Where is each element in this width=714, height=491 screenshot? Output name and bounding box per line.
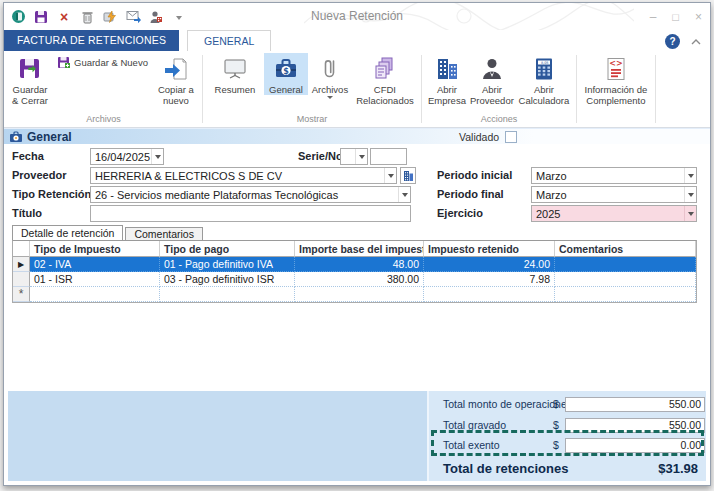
- fecha-combobox[interactable]: 16/04/2025: [90, 148, 164, 165]
- monitor-icon: [221, 55, 249, 83]
- total-monto-row: Total monto de operaciones $ 550.00: [429, 396, 706, 413]
- total-retenciones-row: Total de retenciones $31.98: [429, 459, 706, 479]
- nueva-retencion-window: × Nueva Retención – □ × FACTURA DE RETEN…: [3, 2, 711, 486]
- total-monto-value: 550.00: [565, 397, 705, 412]
- new-row-marker[interactable]: *: [13, 287, 30, 302]
- group-label-archivos: Archivos: [8, 113, 199, 126]
- general-button[interactable]: $ General: [264, 53, 308, 95]
- tipo-retencion-combobox[interactable]: 26 - Servicios mediante Plataformas Tecn…: [90, 186, 411, 203]
- dropdown-arrow-icon[interactable]: [684, 187, 696, 202]
- group-label-acciones: Acciones: [425, 113, 573, 126]
- ribbon-divider: [655, 55, 656, 123]
- abrir-empresa-button[interactable]: Abrir Empresa: [425, 53, 469, 106]
- grid-header-row: Tipo de Impuesto Tipo de pago Importe ba…: [13, 241, 696, 257]
- periodo-final-combobox[interactable]: Marzo: [531, 186, 697, 203]
- serie-combobox[interactable]: [340, 148, 368, 165]
- ribbon: Guardar & Cerrar Guardar & Nuevo Copiar …: [4, 51, 710, 128]
- col-impuesto-retenido[interactable]: Impuesto retenido: [424, 241, 555, 257]
- ribbon-divider: [421, 55, 422, 123]
- building-icon: [433, 55, 461, 83]
- guardar-cerrar-button[interactable]: Guardar & Cerrar: [8, 53, 52, 106]
- row-selector-arrow[interactable]: ▶: [13, 257, 30, 272]
- guardar-nuevo-button[interactable]: Guardar & Nuevo: [52, 53, 153, 72]
- table-row[interactable]: ▶ 02 - IVA 01 - Pago definitivo IVA 48.0…: [13, 257, 696, 272]
- dropdown-arrow-icon[interactable]: [384, 168, 396, 183]
- table-row[interactable]: 01 - ISR 03 - Pago definitivo ISR 380.00…: [13, 272, 696, 287]
- section-briefcase-icon: [9, 131, 23, 143]
- serie-no-input[interactable]: [370, 148, 407, 165]
- svg-text:<>: <>: [609, 59, 622, 68]
- save-close-icon: [16, 55, 44, 83]
- dropdown-arrow-icon[interactable]: [684, 168, 696, 183]
- cfdi-relacionados-button[interactable]: CFDI Relacionados: [352, 53, 418, 106]
- svg-text:8,05: 8,05: [541, 61, 549, 65]
- briefcase-icon: $: [272, 55, 300, 83]
- ribbon-group-acciones: Abrir Empresa Abrir Proveedor 8,05 Abrir…: [425, 53, 573, 127]
- periodo-final-label: Periodo final: [437, 186, 504, 203]
- dropdown-arrow-icon[interactable]: [355, 149, 367, 164]
- fecha-label: Fecha: [12, 148, 44, 165]
- dropdown-arrow-icon[interactable]: [398, 187, 410, 202]
- general-form: Fecha 16/04/2025 Serie/No. Proveedor HER…: [4, 144, 710, 225]
- serie-label: Serie/No.: [298, 148, 346, 165]
- close-button[interactable]: ×: [695, 10, 702, 24]
- group-label-mostrar: Mostrar: [206, 113, 418, 126]
- help-icon[interactable]: ?: [665, 34, 680, 49]
- proveedor-combobox[interactable]: HERRERIA & ELECTRICOS S DE CV: [90, 167, 397, 184]
- validado-field: Validado: [459, 129, 517, 145]
- col-tipo-pago[interactable]: Tipo de pago: [160, 241, 295, 257]
- currency-symbol: $: [553, 417, 559, 434]
- browse-building-icon: [403, 170, 414, 182]
- calculator-icon: 8,05: [530, 55, 558, 83]
- archivos-button[interactable]: Archivos: [308, 53, 352, 99]
- person-icon: [478, 55, 506, 83]
- resumen-button[interactable]: Resumen: [206, 53, 264, 95]
- currency-symbol: $: [553, 396, 559, 413]
- total-exento-value: 0.00: [565, 438, 705, 453]
- svg-text:$: $: [283, 67, 289, 76]
- copiar-a-nuevo-button[interactable]: Copiar a nuevo: [153, 53, 199, 106]
- col-tipo-impuesto[interactable]: Tipo de Impuesto: [30, 241, 160, 257]
- dropdown-arrow-icon[interactable]: [684, 206, 696, 221]
- total-gravado-value: 550.00: [565, 418, 705, 433]
- total-retenciones-value: $31.98: [658, 459, 698, 479]
- informacion-complemento-button[interactable]: <> Información de Complemento: [580, 53, 652, 106]
- total-gravado-row: Total gravado $ 550.00: [429, 417, 706, 434]
- ribbon-group-complemento: <> Información de Complemento: [580, 53, 652, 127]
- tipo-retencion-label: Tipo Retención: [12, 186, 91, 203]
- col-importe-base[interactable]: Importe base del impuesto: [295, 241, 424, 257]
- retention-detail-grid: Tipo de Impuesto Tipo de pago Importe ba…: [12, 240, 697, 303]
- titulo-input[interactable]: [90, 205, 411, 222]
- col-comentarios[interactable]: Comentarios: [555, 241, 696, 257]
- ejercicio-combobox[interactable]: 2025: [531, 205, 697, 222]
- browse-proveedor-button[interactable]: [400, 167, 416, 184]
- total-exento-row: Total exento $ 0.00: [429, 437, 706, 454]
- ribbon-tab-row: FACTURA DE RETENCIONES GENERAL ?: [4, 30, 710, 51]
- table-new-row[interactable]: *: [13, 287, 696, 302]
- ribbon-group-mostrar: Resumen $ General Archivos: [206, 53, 418, 127]
- ribbon-group-archivos: Guardar & Cerrar Guardar & Nuevo Copiar …: [8, 53, 199, 127]
- abrir-calculadora-button[interactable]: 8,05 Abrir Calculadora: [515, 53, 573, 106]
- abrir-proveedor-button[interactable]: Abrir Proveedor: [469, 53, 515, 106]
- maximize-button[interactable]: □: [672, 11, 679, 23]
- ribbon-divider: [576, 55, 577, 123]
- periodo-inicial-combobox[interactable]: Marzo: [531, 167, 697, 184]
- tab-general[interactable]: GENERAL: [187, 30, 271, 51]
- complement-info-icon: <>: [602, 55, 630, 83]
- title-bar: × Nueva Retención – □ ×: [4, 3, 710, 30]
- ejercicio-label: Ejercicio: [437, 205, 483, 222]
- tab-comentarios[interactable]: Comentarios: [125, 227, 203, 240]
- general-section-header: General Validado: [4, 128, 710, 144]
- ribbon-divider: [202, 55, 203, 123]
- paperclip-icon: [316, 55, 344, 83]
- tab-detalle-retencion[interactable]: Detalle de retención: [12, 225, 123, 240]
- archivos-dropdown-icon: [327, 96, 333, 99]
- currency-symbol: $: [553, 437, 559, 454]
- empty-client-area: [4, 303, 710, 398]
- dropdown-arrow-icon[interactable]: [151, 149, 163, 164]
- minimize-button[interactable]: –: [650, 10, 657, 24]
- file-tab[interactable]: FACTURA DE RETENCIONES: [4, 30, 179, 51]
- collapse-ribbon-icon[interactable]: [690, 38, 702, 46]
- validado-checkbox[interactable]: [505, 131, 517, 143]
- proveedor-label: Proveedor: [12, 167, 66, 184]
